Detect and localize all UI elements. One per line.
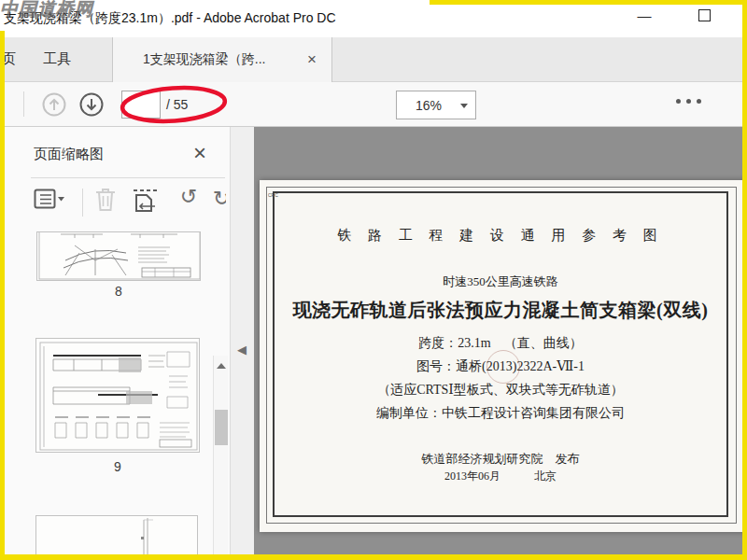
main-toolbar: / 55 16% bbox=[0, 82, 747, 127]
collapse-left-icon: ◀ bbox=[237, 343, 247, 357]
doc-header-line: 铁 路 工 程 建 设 通 用 参 考 图 bbox=[275, 227, 726, 245]
ellipsis-icon bbox=[697, 99, 701, 104]
previous-page-button[interactable] bbox=[40, 91, 68, 119]
pdf-page[interactable]: CRC 铁 路 工 程 建 设 通 用 参 考 图 时速350公里高速铁路 现浇… bbox=[260, 180, 747, 532]
toolbar-separator bbox=[23, 91, 24, 117]
document-viewer[interactable]: CRC 铁 路 工 程 建 设 通 用 参 考 图 时速350公里高速铁路 现浇… bbox=[254, 127, 747, 560]
delete-pages-button[interactable] bbox=[93, 187, 118, 213]
panel-divider bbox=[31, 177, 225, 178]
zoom-level-dropdown[interactable]: 16% bbox=[396, 91, 476, 119]
rotate-ccw-icon: ↺ bbox=[180, 185, 197, 208]
toolbar-separator bbox=[82, 189, 83, 217]
crop-pages-icon bbox=[131, 187, 161, 215]
thumbnail-options-button[interactable] bbox=[34, 189, 65, 211]
tab-document[interactable]: 1支架现浇箱梁（跨... × bbox=[112, 37, 332, 82]
zoom-level-value: 16% bbox=[416, 98, 442, 113]
title-bar: 中国道桥网 支架现浇箱梁（跨度23.1m）.pdf - Adobe Acroba… bbox=[0, 0, 747, 37]
seal-stamp bbox=[486, 350, 520, 384]
doc-org-line: 编制单位：中铁工程设计咨询集团有限公司 bbox=[275, 405, 726, 422]
chevron-down-icon bbox=[460, 104, 468, 108]
options-list-icon bbox=[34, 189, 65, 211]
maximize-icon bbox=[698, 9, 711, 21]
doc-title-line: 现浇无砟轨道后张法预应力混凝土简支箱梁(双线) bbox=[275, 298, 726, 323]
thumbnail-page-10-image bbox=[36, 516, 198, 560]
thumbnail-page-10[interactable] bbox=[35, 515, 198, 560]
yellow-frame-top bbox=[430, 0, 747, 5]
page-count-label: / 55 bbox=[166, 97, 188, 112]
page-number-input[interactable] bbox=[121, 91, 161, 119]
thumbnail-page-9-label[interactable]: 9 bbox=[35, 459, 200, 474]
thumbnail-page-9[interactable] bbox=[35, 338, 200, 453]
doc-speed-line: 时速350公里高速铁路 bbox=[275, 273, 726, 290]
rotate-cw-icon: ↻ bbox=[213, 187, 226, 210]
thumbnail-page-8-label[interactable]: 8 bbox=[36, 284, 201, 299]
tab-tools[interactable]: 工具 bbox=[43, 50, 71, 68]
doc-fit-line: （适应CRTSⅠ型板式、双块式等无砟轨道） bbox=[275, 382, 726, 399]
scrollbar-thumb[interactable] bbox=[215, 410, 228, 445]
scroll-up-icon[interactable] bbox=[217, 363, 226, 369]
more-tools-button[interactable] bbox=[676, 99, 701, 104]
panel-title: 页面缩略图 bbox=[34, 146, 104, 163]
panel-edge-strip: ◀ bbox=[230, 127, 254, 560]
trash-icon bbox=[93, 187, 118, 213]
doc-date-line: 2013年06月 北京 bbox=[275, 469, 726, 484]
thumbnail-page-8[interactable] bbox=[36, 231, 201, 281]
tab-document-label: 1支架现浇箱梁（跨... bbox=[143, 51, 300, 68]
site-watermark: 中国道桥网 bbox=[0, 0, 93, 21]
doc-publisher-line: 铁道部经济规划研究院 发布 bbox=[275, 451, 726, 468]
corner-mark: CRC bbox=[268, 192, 278, 198]
ellipsis-icon bbox=[686, 99, 691, 104]
ellipsis-icon bbox=[676, 99, 681, 104]
arrow-down-icon bbox=[78, 91, 105, 118]
rotate-cw-button[interactable]: ↻ bbox=[213, 187, 226, 215]
thumbnail-page-9-image bbox=[36, 339, 200, 453]
sidebar-scrollbar[interactable] bbox=[213, 356, 228, 560]
close-tab-icon[interactable]: × bbox=[302, 49, 322, 70]
next-page-button[interactable] bbox=[78, 91, 106, 119]
yellow-frame-bottom bbox=[0, 554, 747, 560]
tab-bar: 页 工具 1支架现浇箱梁（跨... × ? 登 bbox=[0, 37, 747, 82]
yellow-frame-right bbox=[742, 0, 747, 560]
thumbnail-page-8-image bbox=[37, 232, 201, 281]
rotate-ccw-button[interactable]: ↺ bbox=[176, 185, 202, 213]
close-panel-icon[interactable]: × bbox=[187, 141, 213, 167]
arrow-up-icon bbox=[41, 91, 67, 118]
minimize-icon: — bbox=[638, 7, 652, 23]
collapse-panel-button[interactable]: ◀ bbox=[233, 340, 250, 360]
thumbnails-panel: 页面缩略图 × ↺ ↻ bbox=[0, 127, 230, 560]
yellow-frame-left bbox=[0, 31, 5, 560]
set-page-boxes-button[interactable] bbox=[131, 187, 161, 215]
